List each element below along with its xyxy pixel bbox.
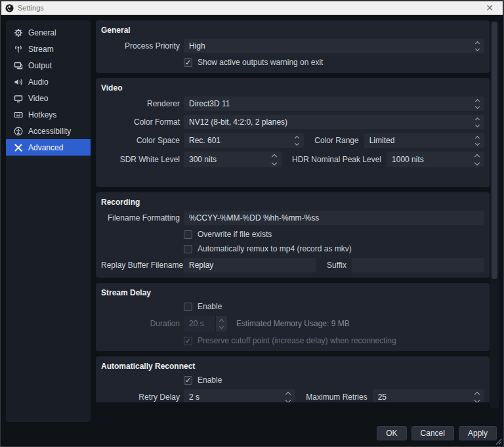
suffix-input[interactable]	[352, 258, 484, 272]
sidebar-item-hotkeys[interactable]: Hotkeys	[6, 106, 91, 123]
duration-label: Duration	[101, 319, 180, 328]
sidebar-item-general[interactable]: General	[6, 24, 91, 41]
section-stream-delay: Stream Delay Enable Duration 20 s Estima…	[96, 283, 490, 351]
tools-icon	[14, 143, 23, 152]
settings-window: Settings ✕ General Stream Output	[0, 0, 504, 447]
show-warning-checkbox[interactable]: ✓	[184, 58, 192, 67]
sidebar-item-stream[interactable]: Stream	[6, 41, 91, 57]
stream-delay-enable-label: Enable	[198, 302, 222, 311]
section-title: Video	[101, 83, 484, 93]
keyboard-icon	[14, 110, 23, 119]
color-range-label: Color Range	[314, 136, 358, 145]
filename-formatting-label: Filename Formatting	[101, 213, 180, 223]
antenna-icon	[14, 45, 23, 54]
hdr-peak-level-spinbox[interactable]: 1000 nits	[387, 152, 484, 167]
section-title: Automatically Reconnect	[101, 362, 484, 371]
spinner-arrows-icon[interactable]	[475, 393, 479, 402]
accessibility-icon	[14, 127, 23, 136]
sidebar-item-label: Video	[28, 94, 48, 103]
preserve-cutoff-label: Preserve cutoff point (increase delay) w…	[198, 336, 396, 345]
memory-usage-text: Estimated Memory Usage: 9 MB	[236, 319, 350, 328]
apply-button[interactable]: Apply	[459, 426, 497, 440]
vertical-scrollbar[interactable]	[490, 20, 499, 408]
spinner-arrows-icon[interactable]	[475, 155, 479, 165]
retry-delay-spinbox[interactable]: 2 s	[184, 389, 295, 402]
overwrite-checkbox[interactable]	[184, 230, 192, 239]
show-warning-label: Show active outputs warning on exit	[198, 58, 323, 67]
chevron-updown-icon	[476, 118, 479, 127]
color-format-label: Color Format	[101, 117, 180, 127]
replay-prefix-label: Replay Buffer Filename Prefix	[101, 261, 180, 270]
reconnect-enable-label: Enable	[198, 375, 222, 385]
process-priority-label: Process Priority	[101, 41, 180, 51]
color-format-select[interactable]: NV12 (8-bit, 4:2:0, 2 planes)	[184, 115, 484, 129]
sidebar-item-label: Output	[28, 61, 52, 70]
speaker-icon	[14, 77, 23, 87]
dialog-buttons: OK Cancel Apply	[377, 426, 497, 440]
renderer-label: Renderer	[101, 99, 180, 108]
sidebar-item-advanced[interactable]: Advanced	[6, 139, 91, 156]
replay-prefix-input[interactable]	[184, 258, 316, 272]
color-range-select[interactable]: Limited	[364, 133, 484, 148]
sidebar-item-label: Stream	[28, 45, 54, 54]
suffix-label: Suffix	[327, 261, 346, 270]
obs-logo-icon	[5, 4, 14, 12]
sidebar-item-video[interactable]: Video	[6, 90, 91, 106]
section-general: General Process Priority High ✓ Show act…	[96, 20, 490, 73]
max-retries-spinbox[interactable]: 25	[373, 389, 484, 402]
remux-checkbox[interactable]	[184, 245, 192, 253]
retry-delay-label: Retry Delay	[101, 393, 180, 402]
preserve-cutoff-checkbox: ✓	[184, 337, 192, 345]
section-video: Video Renderer Direct3D 11 Color Format …	[96, 78, 490, 187]
resize-grip-icon[interactable]	[495, 438, 502, 445]
screen-share-icon	[14, 61, 23, 70]
reconnect-enable-checkbox[interactable]: ✓	[184, 376, 192, 385]
chevron-updown-icon	[295, 137, 299, 145]
spinner-arrows-icon[interactable]	[272, 155, 276, 165]
chevron-updown-icon	[476, 100, 479, 108]
sidebar-item-audio[interactable]: Audio	[6, 74, 91, 90]
spinner-arrows-icon	[215, 316, 227, 331]
spinner-arrows-icon[interactable]	[286, 393, 290, 402]
gear-icon	[14, 28, 23, 37]
section-title: Recording	[101, 198, 484, 207]
sidebar-item-label: Accessibility	[28, 127, 71, 136]
duration-spinbox: 20 s	[184, 316, 227, 331]
section-recording: Recording Filename Formatting Overwrite …	[96, 192, 490, 278]
ok-button[interactable]: OK	[377, 426, 406, 440]
overwrite-label: Overwrite if file exists	[198, 230, 272, 239]
scrollbar-thumb[interactable]	[492, 22, 497, 279]
color-space-label: Color Space	[101, 136, 180, 145]
max-retries-label: Maximum Retries	[306, 393, 367, 402]
hdr-peak-level-label: HDR Nominal Peak Level	[292, 155, 381, 164]
close-icon[interactable]: ✕	[480, 1, 499, 14]
sidebar-item-label: Hotkeys	[28, 110, 56, 119]
filename-formatting-input[interactable]	[184, 211, 484, 225]
title-bar: Settings ✕	[1, 1, 503, 15]
sidebar-item-accessibility[interactable]: Accessibility	[6, 123, 91, 139]
sidebar-item-label: Audio	[28, 77, 49, 87]
stream-delay-enable-checkbox[interactable]	[184, 303, 192, 311]
sidebar-item-label: Advanced	[28, 143, 63, 152]
sidebar-item-output[interactable]: Output	[6, 57, 91, 74]
color-space-select[interactable]: Rec. 601	[184, 133, 304, 148]
sdr-white-level-label: SDR White Level	[101, 155, 180, 164]
section-title: Stream Delay	[101, 288, 484, 297]
chevron-updown-icon	[476, 42, 479, 51]
window-title: Settings	[18, 4, 480, 12]
settings-scroll-area: General Process Priority High ✓ Show act…	[96, 20, 490, 402]
sidebar-item-label: General	[28, 28, 56, 37]
renderer-select[interactable]: Direct3D 11	[184, 96, 484, 111]
settings-sidebar: General Stream Output Audio	[6, 20, 91, 422]
cancel-button[interactable]: Cancel	[411, 426, 454, 440]
section-title: General	[101, 26, 484, 35]
process-priority-select[interactable]: High	[184, 39, 484, 53]
monitor-icon	[14, 94, 23, 103]
section-reconnect: Automatically Reconnect ✓ Enable Retry D…	[96, 356, 490, 402]
remux-label: Automatically remux to mp4 (record as mk…	[198, 244, 352, 253]
sdr-white-level-spinbox[interactable]: 300 nits	[184, 152, 282, 167]
chevron-updown-icon	[476, 137, 479, 145]
